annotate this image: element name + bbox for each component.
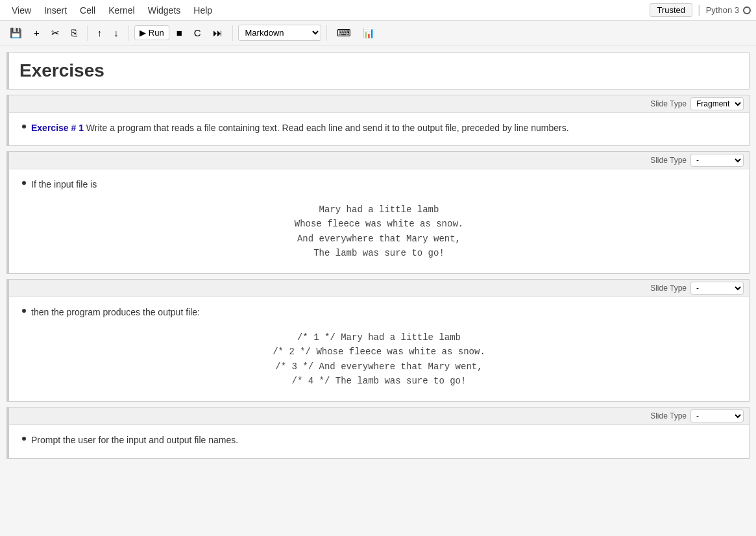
slide-type-select-3[interactable]: - Slide Subslide Fragment Notes Skip [690, 409, 744, 422]
page-title: Exercises [19, 60, 738, 81]
separator-2 [128, 25, 129, 41]
slide-type-label-3: Slide Type [650, 411, 687, 420]
bullet-item-3: Prompt the user for the input and output… [19, 433, 738, 447]
slide-type-label-0: Slide Type [650, 99, 687, 108]
notebook: Exercises Slide Type Fragment Slide Subs… [0, 45, 756, 470]
copy-button[interactable]: ⎘ [67, 25, 82, 41]
md-cell-1: Slide Type - Slide Subslide Fragment Not… [6, 151, 750, 274]
menu-insert[interactable]: Insert [38, 4, 73, 17]
stop-button[interactable]: ■ [172, 25, 187, 41]
cell-text-3: Prompt the user for the input and output… [31, 433, 238, 447]
bullet-dot-1 [22, 181, 26, 185]
chart-button[interactable]: 📊 [358, 25, 380, 42]
cell-text-body-0: Write a program that reads a file contai… [84, 123, 569, 133]
kernel-info: Python 3 [706, 5, 751, 15]
md-cell-3: Slide Type - Slide Subslide Fragment Not… [6, 407, 750, 458]
cell-toolbar-3: Slide Type - Slide Subslide Fragment Not… [9, 408, 749, 425]
cell-text-1: If the input file is [31, 177, 97, 191]
keyboard-icon: ⌨ [337, 27, 351, 39]
menubar: View Insert Cell Kernel Widgets Help Tru… [0, 0, 756, 21]
restart-icon: C [194, 27, 201, 38]
mono-line-1-1: Whose fleece was white as snow. [19, 217, 738, 231]
cell-content-0: Exercise # 1 Write a program that reads … [9, 113, 749, 145]
copy-icon: ⎘ [71, 27, 77, 38]
menu-kernel[interactable]: Kernel [102, 4, 141, 17]
mono-line-2-2: /* 3 */ And everywhere that Mary went, [19, 359, 738, 374]
save-button[interactable]: 💾 [5, 25, 27, 42]
mono-line-2-1: /* 2 */ Whose fleece was white as snow. [19, 345, 738, 359]
md-cell-2: Slide Type - Slide Subslide Fragment Not… [6, 279, 750, 402]
kernel-label: Python 3 [706, 5, 739, 15]
arrow-up-icon: ↑ [97, 27, 103, 38]
cell-toolbar-0: Slide Type Fragment Slide Subslide Notes… [9, 95, 749, 113]
cell-content-3: Prompt the user for the input and output… [9, 425, 749, 457]
slide-type-label-2: Slide Type [650, 284, 687, 293]
md-cell-0: Slide Type Fragment Slide Subslide Notes… [6, 95, 750, 146]
run-icon: ▶ [140, 28, 146, 38]
cell-text-0: Exercise # 1 Write a program that reads … [31, 121, 569, 135]
move-up-button[interactable]: ↑ [93, 25, 107, 41]
restart-button[interactable]: C [189, 25, 206, 41]
bullet-item-2: then the program produces the output fil… [19, 305, 738, 319]
mono-block-2: /* 1 */ Mary had a little lamb /* 2 */ W… [19, 330, 738, 389]
cut-button[interactable]: ✂ [47, 25, 64, 42]
slide-type-select-1[interactable]: - Slide Subslide Fragment Notes Skip [690, 154, 744, 167]
bullet-item-0: Exercise # 1 Write a program that reads … [19, 121, 738, 135]
fast-forward-icon: ⏭ [213, 27, 223, 38]
arrow-down-icon: ↓ [114, 27, 119, 38]
add-icon: + [34, 27, 40, 38]
separator-4 [326, 25, 327, 41]
add-cell-button[interactable]: + [29, 25, 44, 41]
mono-line-1-3: The lamb was sure to go! [19, 246, 738, 260]
cell-toolbar-1: Slide Type - Slide Subslide Fragment Not… [9, 152, 749, 169]
stop-icon: ■ [177, 27, 182, 38]
restart-run-button[interactable]: ⏭ [208, 25, 227, 41]
chart-icon: 📊 [363, 27, 375, 39]
save-icon: 💾 [10, 27, 22, 39]
menu-view[interactable]: View [5, 4, 38, 17]
separator-3 [232, 25, 233, 41]
menu-widgets[interactable]: Widgets [141, 4, 188, 17]
trusted-button[interactable]: Trusted [650, 3, 692, 17]
menubar-right: Trusted | Python 3 [650, 3, 751, 17]
slide-type-select-0[interactable]: Fragment Slide Subslide Notes Skip - [690, 97, 744, 110]
menu-cell[interactable]: Cell [73, 4, 102, 17]
mono-block-1: Mary had a little lamb Whose fleece was … [19, 202, 738, 261]
menu-help[interactable]: Help [187, 4, 219, 17]
title-cell: Exercises [6, 52, 750, 90]
toolbar: 💾 + ✂ ⎘ ↑ ↓ ▶ Run ■ C ⏭ Markdown Code Ra… [0, 21, 756, 45]
separator-1 [87, 25, 88, 41]
slide-type-select-2[interactable]: - Slide Subslide Fragment Notes Skip [690, 282, 744, 295]
keyboard-button[interactable]: ⌨ [332, 25, 356, 42]
cell-toolbar-2: Slide Type - Slide Subslide Fragment Not… [9, 280, 749, 297]
divider-bar: | [698, 3, 701, 17]
run-button[interactable]: ▶ Run [134, 25, 169, 40]
mono-line-1-0: Mary had a little lamb [19, 202, 738, 217]
bullet-dot-0 [22, 125, 26, 128]
kernel-circle-icon [743, 6, 751, 14]
cell-type-select[interactable]: Markdown Code Raw NBConvert Heading [238, 25, 321, 41]
bullet-item-1: If the input file is [19, 177, 738, 191]
cell-content-2: then the program produces the output fil… [9, 297, 749, 401]
run-label: Run [149, 28, 164, 38]
cell-text-2: then the program produces the output fil… [31, 305, 200, 319]
exercise-label-0: Exercise # 1 [31, 123, 84, 133]
move-down-button[interactable]: ↓ [109, 25, 123, 41]
mono-line-2-3: /* 4 */ The lamb was sure to go! [19, 374, 738, 388]
bullet-dot-2 [22, 309, 26, 313]
bullet-dot-3 [22, 437, 26, 441]
cell-content-1: If the input file is Mary had a little l… [9, 169, 749, 273]
mono-line-2-0: /* 1 */ Mary had a little lamb [19, 330, 738, 345]
slide-type-label-1: Slide Type [650, 156, 687, 165]
cut-icon: ✂ [51, 27, 60, 39]
mono-line-1-2: And everywhere that Mary went, [19, 232, 738, 246]
